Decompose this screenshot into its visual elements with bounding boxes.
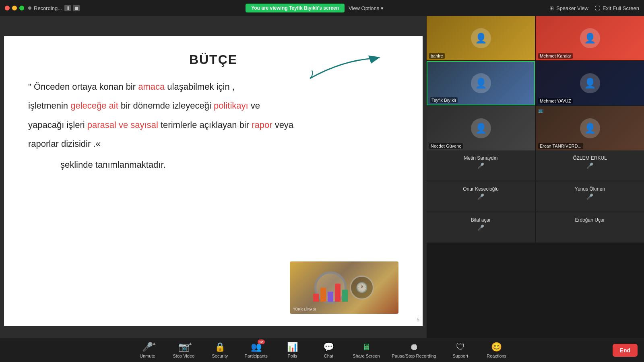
face-mehmet-yavuz: 👤 (580, 73, 600, 93)
slide-paragraph-2: işletmenin geleceğe ait bir dönemde izle… (28, 98, 398, 113)
screen-share-icon-ercan: 📺 (538, 108, 544, 113)
para3-parasal: parasal ve sayısal (87, 120, 158, 130)
unmute-button[interactable]: 🎤 ▲ Unmute (135, 342, 159, 358)
chart-bars (309, 274, 352, 302)
support-label: Support (452, 354, 468, 358)
participants-label: Participants (245, 354, 268, 358)
camera-icon: 📷 ▲ (178, 342, 189, 352)
participant-cell-erdogan: Erdoğan Uçar (536, 212, 644, 243)
participant-name-yunus: Yunus Ökmen (575, 186, 605, 192)
slide-arrow (302, 52, 398, 86)
participants-button[interactable]: 👥 12 Participants (244, 342, 268, 358)
participant-cell-onur: Onur Kesecioğlu 🎤 (427, 181, 535, 212)
security-icon: 🔒 (215, 342, 225, 352)
share-screen-button[interactable]: 🖥 Share Screen (353, 342, 380, 358)
chat-label: Chat (324, 354, 333, 358)
para1-prefix: " Önceden ortaya konan bir (28, 82, 138, 92)
chat-icon: 💬 (323, 342, 334, 352)
recording-icon: ⏺ (410, 342, 419, 352)
para1-mid: ulaşabilmek için , (165, 82, 235, 92)
participant-name-metin: Metin Sarıaydın (464, 155, 497, 161)
stop-video-arrow[interactable]: ▲ (188, 341, 192, 346)
text-participants: Metin Sarıaydın 🎤 ÖZLEM ERKUL 🎤 Onur Kes… (427, 150, 644, 243)
slide-paragraph-3: yapacağı işleri parasal ve sayısal terim… (28, 117, 398, 132)
slide-paragraph-5: şeklinde tanımlanmaktadır. (60, 160, 398, 170)
participants-icon: 👥 12 (251, 342, 262, 352)
pause-stop-recording-label: Pause/Stop Recording (392, 354, 436, 358)
support-icon: 🛡 (456, 342, 465, 352)
chat-button[interactable]: 💬 Chat (316, 342, 341, 358)
support-button[interactable]: 🛡 Support (448, 342, 473, 358)
face-mehmet-karalar: 👤 (580, 28, 600, 48)
speaker-view-button[interactable]: ⊞ Speaker View (549, 5, 588, 11)
para2-prefix: işletmenin (28, 101, 70, 111)
maximize-button[interactable] (19, 6, 24, 10)
main-content: BÜTÇE " Önceden ortaya konan bir amaca u… (0, 16, 427, 346)
exit-fullscreen-button[interactable]: ⛶ Exit Full Screen (595, 5, 639, 11)
participant-name-ercan: Ercan TANRIVERD... (538, 143, 583, 149)
reactions-button[interactable]: 😊 Reactions (485, 342, 509, 358)
face-teyfik: 👤 (471, 73, 491, 93)
slide-paragraph-4: raporlar dizisidir .« (28, 136, 398, 151)
stop-video-button[interactable]: 📷 ▲ Stop Video (171, 342, 196, 358)
polls-label: Polls (287, 354, 297, 358)
end-button[interactable]: End (613, 344, 638, 357)
microphone-icon: 🎤 ▲ (142, 342, 153, 352)
speaker-view-label: Speaker View (556, 5, 588, 11)
pause-stop-recording-button[interactable]: ⏺ Pause/Stop Recording (392, 342, 436, 358)
participant-name-ozlem: ÖZLEM ERKUL (573, 155, 607, 161)
pause-recording-button[interactable]: ⏸ (64, 5, 71, 11)
para3-mid: terimlerle açıklayan bir (158, 120, 252, 130)
mute-icon-bilal: 🎤 (477, 224, 484, 231)
participant-video-teyfik: 👤 Teyfik Bıyıklı (427, 61, 535, 105)
mute-icon-ozlem: 🎤 (586, 162, 593, 169)
mute-icon-onur: 🎤 (477, 193, 484, 200)
participant-cell-ozlem: ÖZLEM ERKUL 🎤 (536, 150, 644, 181)
unmute-arrow[interactable]: ▲ (152, 341, 156, 346)
participant-name-mehmet-karalar: Mehmet Karalar (538, 53, 573, 59)
para3-end: veya (272, 120, 294, 130)
para3-prefix: yapacağı işleri (28, 120, 87, 130)
share-screen-icon: 🖥 (362, 342, 371, 352)
top-bar-center: You are viewing Teyfik Bıyıklı's screen … (246, 4, 384, 12)
top-bar: Recording... ⏸ ⏹ You are viewing Teyfik … (0, 0, 644, 16)
recording-label: Recording... (34, 5, 62, 11)
magnifier-icon (314, 272, 347, 304)
security-button[interactable]: 🔒 Security (208, 342, 232, 358)
slide-image: 🕐 TÜRK LİRASI (290, 261, 398, 314)
participant-count-badge: 12 (258, 339, 265, 344)
viewing-banner: You are viewing Teyfik Bıyıklı's screen (246, 4, 345, 12)
view-options-button[interactable]: View Options ▾ (349, 5, 384, 11)
window-controls (5, 6, 24, 10)
para2-end: ve (248, 101, 260, 111)
mute-icon-metin: 🎤 (477, 162, 484, 169)
para4-text: raporlar dizisidir .« (28, 139, 101, 149)
participant-cell-metin: Metin Sarıaydın 🎤 (427, 150, 535, 181)
toolbar: 🎤 ▲ Unmute 📷 ▲ Stop Video 🔒 Security 👥 1… (0, 338, 644, 362)
participant-video-mehmet-karalar: 👤 Mehmet Karalar (536, 16, 644, 60)
video-grid: 👤 bahire 👤 Mehmet Karalar 👤 Teyfik Bıyık… (427, 16, 644, 150)
recording-dot (28, 6, 31, 10)
stop-video-label: Stop Video (173, 354, 195, 358)
share-screen-label: Share Screen (353, 354, 380, 358)
participant-cell-bilal: Bilal açar 🎤 (427, 212, 535, 243)
para3-rapor: rapor (252, 120, 272, 130)
face-bahire: 👤 (471, 28, 491, 48)
face-necdet: 👤 (471, 118, 491, 138)
minimize-button[interactable] (12, 6, 17, 10)
exit-fullscreen-icon: ⛶ (595, 5, 600, 11)
para2-mid: bir dönemde izleyeceği (118, 101, 214, 111)
para2-gelecege: geleceğe ait (70, 101, 118, 111)
stop-recording-button[interactable]: ⏹ (73, 5, 80, 11)
close-button[interactable] (5, 6, 10, 10)
participant-video-necdet: 👤 Necdet Güvenç (427, 106, 535, 150)
recording-indicator: Recording... ⏸ ⏹ (28, 5, 80, 11)
participant-name-onur: Onur Kesecioğlu (463, 186, 499, 192)
top-bar-left: Recording... ⏸ ⏹ (5, 5, 80, 11)
polls-button[interactable]: 📊 Polls (280, 342, 304, 358)
participant-video-bahire: 👤 bahire (427, 16, 535, 60)
participant-name-mehmet-yavuz: Mehmet YAVUZ (538, 98, 573, 104)
para1-amaca: amaca (138, 82, 165, 92)
participant-video-ercan: 👤 Ercan TANRIVERD... 📺 (536, 106, 644, 150)
para2-politikayi: politikayı (214, 101, 248, 111)
